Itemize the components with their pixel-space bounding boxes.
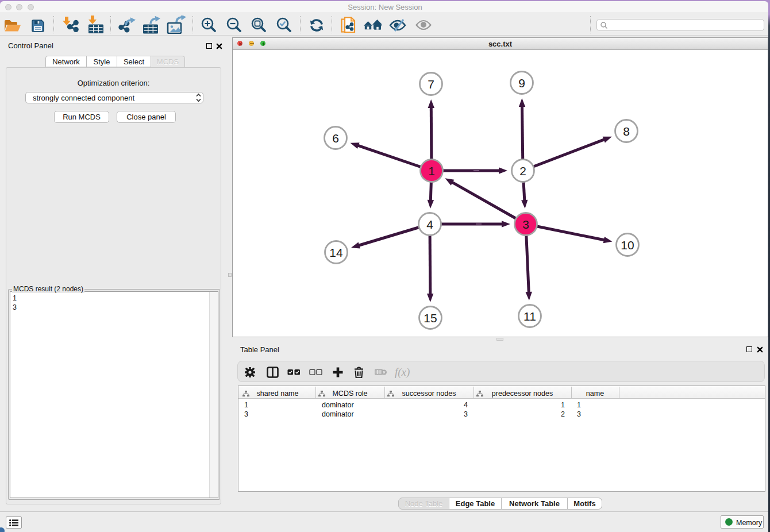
svg-text:3: 3: [522, 218, 529, 231]
svg-text:6: 6: [332, 132, 339, 145]
svg-text:11: 11: [523, 310, 536, 323]
svg-text:2: 2: [519, 164, 526, 178]
svg-text:8: 8: [623, 125, 630, 138]
svg-text:9: 9: [518, 76, 525, 90]
svg-text:10: 10: [621, 238, 634, 252]
svg-text:4: 4: [426, 218, 433, 231]
svg-text:7: 7: [428, 78, 434, 91]
svg-text:14: 14: [329, 246, 343, 259]
svg-text:15: 15: [424, 311, 437, 325]
svg-text:1: 1: [428, 164, 435, 178]
